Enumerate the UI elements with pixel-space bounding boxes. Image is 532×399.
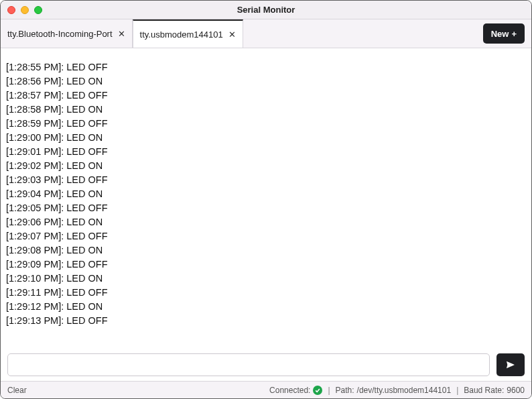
log-line: [1:29:00 PM]: LED ON	[6, 131, 526, 145]
new-tab-button[interactable]: New +	[483, 23, 525, 44]
close-icon[interactable]: ✕	[118, 30, 125, 38]
serial-output[interactable]: [1:28:55 PM]: LED OFF[1:28:56 PM]: LED O…	[1, 48, 531, 349]
log-line: [1:28:55 PM]: LED OFF	[6, 60, 526, 74]
log-line: [1:29:03 PM]: LED OFF	[6, 173, 526, 187]
tab-label: tty.usbmodem144101	[140, 30, 223, 40]
log-line: [1:29:10 PM]: LED ON	[6, 272, 526, 286]
path-label: Path:	[336, 386, 354, 395]
log-line: [1:28:57 PM]: LED OFF	[6, 89, 526, 103]
log-line: [1:29:01 PM]: LED OFF	[6, 145, 526, 159]
log-line: [1:29:13 PM]: LED OFF	[6, 314, 526, 328]
minimize-window-button[interactable]	[21, 6, 29, 14]
log-line: [1:29:09 PM]: LED OFF	[6, 258, 526, 272]
zoom-window-button[interactable]	[34, 6, 42, 14]
tab-bluetooth-incoming-port[interactable]: tty.Bluetooth-Incoming-Port ✕	[1, 19, 133, 48]
log-line: [1:28:59 PM]: LED OFF	[6, 117, 526, 131]
new-tab-label: New	[491, 29, 509, 39]
baud-label: Baud Rate:	[464, 386, 504, 395]
clear-button[interactable]: Clear	[7, 386, 27, 395]
send-icon	[505, 359, 516, 370]
baud-value: 9600	[507, 386, 525, 395]
separator: |	[328, 386, 330, 395]
close-icon[interactable]: ✕	[228, 30, 236, 39]
tab-strip: tty.Bluetooth-Incoming-Port ✕ tty.usbmod…	[1, 19, 531, 48]
log-line: [1:29:02 PM]: LED ON	[6, 159, 526, 173]
log-line: [1:29:07 PM]: LED OFF	[6, 229, 526, 243]
tabs: tty.Bluetooth-Incoming-Port ✕ tty.usbmod…	[1, 19, 243, 48]
log-line: [1:29:06 PM]: LED ON	[6, 215, 526, 229]
connected-label: Connected:	[269, 386, 310, 395]
window-title: Serial Monitor	[1, 5, 531, 15]
send-button[interactable]	[496, 353, 525, 376]
separator: |	[456, 386, 458, 395]
serial-monitor-window: Serial Monitor tty.Bluetooth-Incoming-Po…	[0, 0, 532, 399]
log-line: [1:28:56 PM]: LED ON	[6, 74, 526, 89]
status-bar: Clear Connected: | Path: /dev/tty.usbmod…	[1, 381, 531, 398]
titlebar: Serial Monitor	[1, 1, 531, 19]
log-line: [1:29:12 PM]: LED ON	[6, 300, 526, 314]
close-window-button[interactable]	[7, 6, 15, 14]
log-line: [1:29:04 PM]: LED ON	[6, 187, 526, 201]
tab-usbmodem[interactable]: tty.usbmodem144101 ✕	[133, 19, 243, 48]
connected-status-icon	[313, 386, 322, 395]
input-row	[1, 349, 531, 381]
log-line: [1:29:11 PM]: LED OFF	[6, 286, 526, 300]
log-line: [1:29:05 PM]: LED OFF	[6, 201, 526, 215]
path-value: /dev/tty.usbmodem144101	[357, 386, 452, 395]
plus-icon: +	[511, 29, 517, 39]
window-controls	[1, 6, 42, 14]
check-icon	[315, 388, 320, 393]
log-line: [1:28:58 PM]: LED ON	[6, 103, 526, 117]
tab-label: tty.Bluetooth-Incoming-Port	[7, 29, 113, 39]
log-line: [1:29:08 PM]: LED ON	[6, 243, 526, 258]
serial-input[interactable]	[7, 353, 490, 376]
